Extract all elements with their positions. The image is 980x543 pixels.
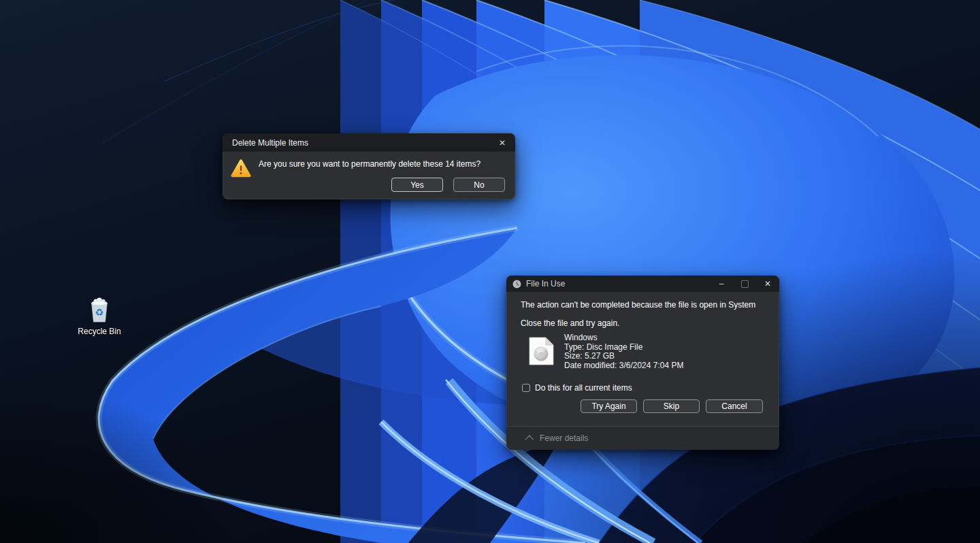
maximize-icon xyxy=(733,276,756,292)
no-button[interactable]: No xyxy=(453,178,505,192)
fewer-details-toggle[interactable]: Fewer details xyxy=(506,427,779,450)
file-name: Windows xyxy=(564,333,683,343)
minimize-icon[interactable]: – xyxy=(710,276,733,292)
delete-dialog-titlebar[interactable]: Delete Multiple Items ✕ xyxy=(223,133,515,152)
file-size: Size: 5.27 GB xyxy=(564,352,683,361)
recycle-symbol: ♻ xyxy=(95,308,104,318)
close-icon[interactable]: ✕ xyxy=(489,133,515,152)
yes-button[interactable]: Yes xyxy=(391,178,443,192)
cancel-button[interactable]: Cancel xyxy=(706,399,763,413)
fewer-details-label: Fewer details xyxy=(540,433,588,443)
recycle-bin-label: Recycle Bin xyxy=(78,327,120,336)
delete-confirmation-message: Are you sure you want to permanently del… xyxy=(259,159,480,169)
recycle-bin-desktop-icon[interactable]: ♻ Recycle Bin xyxy=(72,295,127,336)
file-in-use-instruction: Close the file and try again. xyxy=(521,318,619,328)
try-again-button[interactable]: Try Again xyxy=(581,399,637,413)
do-this-for-all-checkbox[interactable] xyxy=(522,384,530,392)
recycle-bin-icon: ♻ xyxy=(86,295,112,324)
chevron-up-icon xyxy=(525,435,534,444)
warning-icon xyxy=(231,159,251,178)
delete-dialog-body: Are you sure you want to permanently del… xyxy=(223,152,515,199)
file-operation-clock-icon xyxy=(512,280,521,289)
file-in-use-title: File In Use xyxy=(526,279,565,289)
file-in-use-message: The action can't be completed because th… xyxy=(521,300,755,310)
do-this-for-all-label[interactable]: Do this for all current items xyxy=(535,383,632,393)
file-in-use-dialog: File In Use – ✕ The action can't be comp… xyxy=(506,276,779,450)
disc-image-file-icon xyxy=(529,337,554,365)
file-in-use-titlebar[interactable]: File In Use – ✕ xyxy=(506,276,779,292)
file-type: Type: Disc Image File xyxy=(564,343,683,352)
file-date-modified: Date modified: 3/6/2024 7:04 PM xyxy=(564,361,683,371)
close-icon[interactable]: ✕ xyxy=(756,276,779,292)
delete-multiple-items-dialog: Delete Multiple Items ✕ Are you sure you… xyxy=(223,133,515,199)
file-details: Windows Type: Disc Image File Size: 5.27… xyxy=(564,333,683,370)
skip-button[interactable]: Skip xyxy=(643,399,700,413)
desktop-wallpaper xyxy=(0,0,980,543)
do-this-for-all-row: Do this for all current items xyxy=(522,383,632,393)
delete-dialog-title: Delete Multiple Items xyxy=(232,138,308,148)
